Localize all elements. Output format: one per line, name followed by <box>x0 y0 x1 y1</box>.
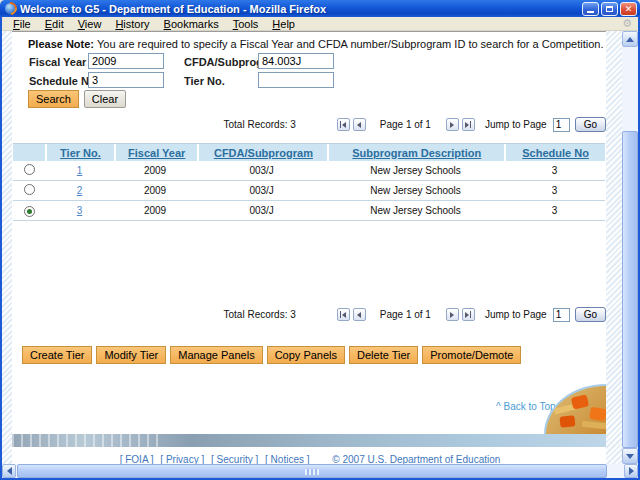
clear-button[interactable]: Clear <box>84 90 126 108</box>
tier-action-buttons: Create Tier Modify Tier Manage Panels Co… <box>22 346 521 364</box>
table-row: 3 2009 003/J New Jersey Schools 3 <box>13 201 605 221</box>
go-button[interactable]: Go <box>575 117 606 132</box>
menu-tools[interactable]: Tools <box>226 18 266 30</box>
first-page-button[interactable] <box>337 118 350 131</box>
scroll-right-button[interactable] <box>624 464 638 478</box>
footer-gradient-bar <box>12 434 606 447</box>
privacy-link[interactable]: [ Privacy ] <box>160 454 204 464</box>
menu-history[interactable]: History <box>108 18 156 30</box>
cfda-subprogram-input[interactable] <box>258 53 334 69</box>
first-page-icon <box>340 311 341 318</box>
header-schedule-no[interactable]: Schedule No <box>522 147 589 159</box>
tier-link[interactable]: 3 <box>77 205 83 216</box>
row-radio-button[interactable] <box>24 206 35 217</box>
last-page-button[interactable] <box>462 118 475 131</box>
fiscal-year-cell: 2009 <box>114 185 197 196</box>
previous-page-icon <box>357 122 361 128</box>
maximize-icon <box>606 6 613 12</box>
pagination-bottom: Total Records: 3 Page 1 of 1 Jump to Pag… <box>224 307 606 322</box>
menu-file[interactable]: File <box>6 18 38 30</box>
menu-edit[interactable]: Edit <box>38 18 71 30</box>
delete-tier-button[interactable]: Delete Tier <box>349 346 418 364</box>
cfda-cell: 003/J <box>197 205 327 216</box>
jump-to-page-input[interactable] <box>553 308 570 322</box>
promote-demote-button[interactable]: Promote/Demote <box>422 346 521 364</box>
row-radio-button[interactable] <box>24 184 35 195</box>
description-cell: New Jersey Schools <box>327 165 505 176</box>
last-page-icon <box>465 122 469 128</box>
tier-link[interactable]: 2 <box>77 185 83 196</box>
tier-no-input[interactable] <box>258 72 334 88</box>
horizontal-scrollbar[interactable] <box>2 464 638 478</box>
fiscal-year-input[interactable] <box>88 53 164 69</box>
header-tier-no[interactable]: Tier No. <box>60 147 101 159</box>
schedule-cell: 3 <box>504 205 605 216</box>
close-button[interactable]: ✕ <box>620 2 637 16</box>
browser-window: Welcome to G5 - Department of Education … <box>0 0 640 480</box>
create-tier-button[interactable]: Create Tier <box>22 346 92 364</box>
competition-results-table: Tier No. Fiscal Year CFDA/Subprogram Sub… <box>13 143 605 221</box>
manage-panels-button[interactable]: Manage Panels <box>170 346 262 364</box>
vertical-scroll-thumb[interactable] <box>622 131 638 448</box>
minimize-icon <box>587 11 594 13</box>
copy-panels-button[interactable]: Copy Panels <box>267 346 345 364</box>
last-page-icon <box>465 312 469 318</box>
vertical-scrollbar[interactable] <box>622 31 638 464</box>
total-records-text: Total Records: 3 <box>224 119 296 130</box>
schedule-no-input[interactable] <box>88 72 164 88</box>
horizontal-scroll-thumb[interactable] <box>17 464 607 478</box>
back-to-top-link[interactable]: ^ Back to Top <box>496 401 556 412</box>
copyright-text: © 2007 U.S. Department of Education <box>332 454 500 464</box>
row-radio-button[interactable] <box>24 164 35 175</box>
go-button[interactable]: Go <box>575 307 606 322</box>
first-page-button[interactable] <box>337 308 350 321</box>
arrow-up-icon <box>626 37 634 42</box>
previous-page-button[interactable] <box>353 118 366 131</box>
foia-link[interactable]: [ FOIA ] <box>120 454 154 464</box>
scroll-left-button[interactable] <box>2 464 16 478</box>
page-left-stripe-decoration <box>2 31 12 464</box>
next-page-button[interactable] <box>446 118 459 131</box>
header-cfda-subprogram[interactable]: CFDA/Subprogram <box>214 147 313 159</box>
cfda-cell: 003/J <box>197 185 327 196</box>
menu-view[interactable]: View <box>71 18 109 30</box>
modify-tier-button[interactable]: Modify Tier <box>96 346 166 364</box>
description-cell: New Jersey Schools <box>327 185 505 196</box>
page-indicator-text: Page 1 of 1 <box>380 309 431 320</box>
form-buttons: Search Clear <box>28 90 126 108</box>
menu-bookmarks[interactable]: Bookmarks <box>157 18 226 30</box>
fiscal-year-label: Fiscal Year* <box>29 56 93 68</box>
header-subprogram-description[interactable]: Subprogram Description <box>352 147 481 159</box>
classroom-chairs-decoration <box>544 384 606 434</box>
please-note-label: Please Note: <box>28 38 94 50</box>
next-page-icon <box>450 312 454 318</box>
fiscal-year-cell: 2009 <box>114 205 197 216</box>
search-button[interactable]: Search <box>28 90 79 108</box>
page-viewport: Please Note:You are required to specify … <box>2 31 638 464</box>
tier-link[interactable]: 1 <box>77 165 83 176</box>
last-page-button[interactable] <box>462 308 475 321</box>
minimize-button[interactable] <box>582 2 599 16</box>
arrow-right-icon <box>629 467 634 475</box>
titlebar: Welcome to G5 - Department of Education … <box>0 0 640 17</box>
arrow-down-icon <box>626 454 634 459</box>
scroll-up-button[interactable] <box>622 31 638 47</box>
header-fiscal-year[interactable]: Fiscal Year <box>128 147 185 159</box>
maximize-button[interactable] <box>601 2 618 16</box>
tier-no-label: Tier No. <box>184 75 225 87</box>
security-link[interactable]: [ Security ] <box>211 454 258 464</box>
menu-help[interactable]: Help <box>265 18 302 30</box>
previous-page-icon <box>357 312 361 318</box>
scroll-down-button[interactable] <box>622 448 638 464</box>
previous-page-button[interactable] <box>353 308 366 321</box>
notices-link[interactable]: [ Notices ] <box>265 454 309 464</box>
jump-to-page-input[interactable] <box>553 118 570 132</box>
description-cell: New Jersey Schools <box>327 205 505 216</box>
arrow-left-icon <box>7 467 12 475</box>
please-note-text: Please Note:You are required to specify … <box>28 38 604 50</box>
window-title: Welcome to G5 - Department of Education … <box>20 3 582 15</box>
cfda-cell: 003/J <box>197 165 327 176</box>
page-content: Please Note:You are required to specify … <box>12 31 606 464</box>
next-page-button[interactable] <box>446 308 459 321</box>
window-controls: ✕ <box>582 2 637 16</box>
